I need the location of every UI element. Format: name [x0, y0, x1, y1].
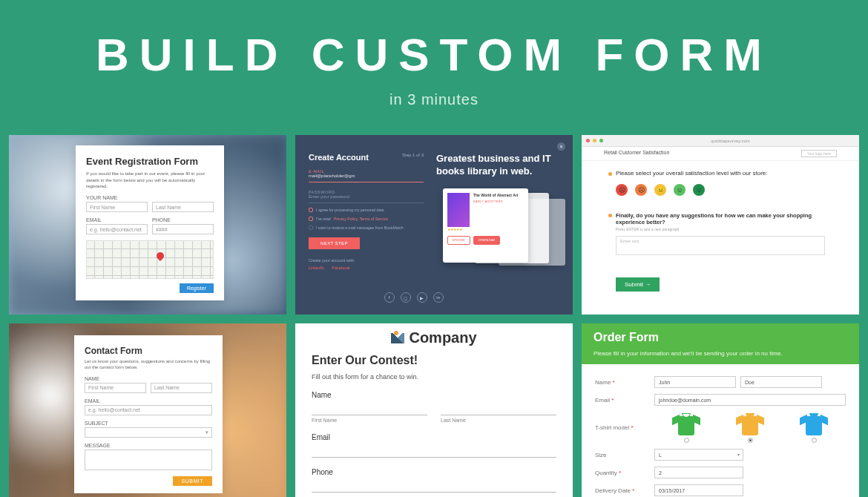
- social-links: LinkedIn Facebook: [309, 263, 424, 271]
- submit-button[interactable]: Submit →: [616, 277, 660, 292]
- email-label: EMAIL: [85, 398, 212, 404]
- privacy-checkbox[interactable]: I've read Privacy Policy, Terms of Servi…: [309, 217, 424, 221]
- consent-checkbox[interactable]: I agree for processing my personal data.: [309, 208, 424, 212]
- first-name-input[interactable]: First Name: [85, 383, 146, 393]
- radio-selected-icon: [748, 438, 753, 443]
- brand-logo: Company: [312, 329, 556, 346]
- event-form-card: Event Registration Form If you would lik…: [76, 145, 224, 300]
- last-name-input[interactable]: Last Name: [152, 202, 214, 212]
- last-name-input[interactable]: Last Name: [151, 383, 212, 393]
- radio-icon: [812, 438, 817, 443]
- form-description: Let us know your questions, suggestions …: [85, 359, 212, 371]
- map-pin-icon: [154, 251, 165, 261]
- download-button[interactable]: DOWNLOAD: [473, 236, 500, 245]
- register-button[interactable]: Register: [180, 283, 214, 293]
- logo-placeholder[interactable]: Your logo here: [801, 150, 837, 157]
- social-icons-row: f ◻ ▶ in: [384, 292, 444, 303]
- facebook-icon[interactable]: f: [384, 292, 395, 303]
- email-input[interactable]: e.g. hello@contact.net: [85, 405, 212, 415]
- example-survey: quicktapsurvey.com Retail Customer Satis…: [582, 135, 859, 315]
- email-label: Email: [86, 217, 148, 223]
- email-input[interactable]: [312, 446, 556, 458]
- linkedin-icon[interactable]: in: [433, 292, 444, 303]
- map-preview[interactable]: [86, 240, 214, 279]
- name-label: NAME: [85, 376, 212, 381]
- submit-button[interactable]: SUBMIT: [173, 476, 212, 486]
- shirt-option-blue[interactable]: [800, 412, 828, 443]
- question-hint: Press ENTER to add a new paragraph: [616, 227, 825, 231]
- size-select[interactable]: L: [654, 449, 743, 461]
- example-order-form: Order Form Please fill in your informati…: [582, 323, 859, 497]
- episode-button[interactable]: EPISODE: [447, 236, 470, 245]
- form-heading: Enter Our Contest!: [312, 354, 556, 367]
- name-label: Name: [312, 391, 556, 399]
- instagram-icon[interactable]: ◻: [401, 292, 411, 303]
- first-name-input[interactable]: [312, 404, 427, 415]
- first-name-input[interactable]: First Name: [86, 202, 148, 212]
- newsletter-checkbox[interactable]: I want to receive e-mail messages from B…: [309, 226, 424, 230]
- email-input[interactable]: mail@placeholder@gm: [309, 174, 424, 182]
- satisfaction-scale: ☹ ☹ 😐 ☺ ☺: [616, 184, 825, 196]
- survey-title: Retail Customer Satisfaction: [604, 150, 669, 157]
- book-cards-stack: Getting Things Done ★★★★☆ The World of A…: [436, 190, 562, 264]
- chevron-down-icon: ▾: [737, 452, 740, 457]
- linkedin-link[interactable]: LinkedIn: [309, 266, 324, 270]
- subject-label: SUBJECT: [85, 421, 212, 426]
- phone-input[interactable]: ####: [152, 224, 214, 234]
- question-suggestions: Finally, do you have any suggestions for…: [616, 212, 825, 226]
- face-neutral-icon[interactable]: 😐: [654, 184, 666, 196]
- signup-panel: Create Account Step 1 of 3 E-MAIL mail@p…: [309, 153, 424, 271]
- traffic-light-red-icon: [586, 139, 590, 142]
- question-satisfaction: Please select your overall satisfaction …: [616, 170, 825, 177]
- traffic-light-green-icon: [599, 139, 603, 142]
- form-lead: Fill out this form for a chance to win.: [312, 373, 556, 381]
- browser-chrome: quicktapsurvey.com: [582, 135, 859, 147]
- quantity-input[interactable]: 2: [654, 467, 743, 478]
- email-input[interactable]: johndoe@domain.com: [654, 394, 846, 406]
- example-contest-form: Company Enter Our Contest! Fill out this…: [295, 323, 573, 497]
- mountain-icon: [391, 333, 404, 343]
- suggestions-textarea[interactable]: Enter text: [616, 236, 825, 255]
- last-name-input[interactable]: [441, 404, 556, 415]
- close-icon[interactable]: ×: [557, 142, 565, 151]
- contact-form-card: Contact Form Let us know your questions,…: [74, 335, 223, 493]
- last-name-input[interactable]: Doe: [740, 376, 822, 388]
- facebook-link[interactable]: Facebook: [332, 266, 350, 270]
- form-description: If you would like to take part in our ev…: [86, 171, 214, 190]
- traffic-light-yellow-icon: [593, 139, 596, 142]
- first-name-sublabel: First Name: [312, 418, 427, 423]
- email-label: Email: [595, 397, 610, 404]
- phone-label: Phone: [312, 468, 556, 476]
- delivery-date-label: Delivery Date: [595, 487, 631, 494]
- face-sad-icon[interactable]: ☹: [635, 184, 647, 196]
- face-very-happy-icon[interactable]: ☺: [693, 184, 705, 196]
- first-name-input[interactable]: John: [654, 376, 736, 388]
- example-create-account: × Create Account Step 1 of 3 E-MAIL mail…: [295, 135, 573, 315]
- size-label: Size: [595, 452, 607, 458]
- name-label: Your Name: [86, 195, 214, 200]
- examples-grid: Event Registration Form If you would lik…: [0, 126, 868, 497]
- address-bar[interactable]: quicktapsurvey.com: [606, 139, 855, 143]
- message-textarea[interactable]: [85, 450, 212, 470]
- promo-panel: Greatest business and IT books library i…: [436, 153, 562, 264]
- brand-name: Company: [409, 329, 476, 346]
- shirt-option-green[interactable]: [672, 412, 700, 443]
- name-label: Name: [595, 379, 611, 386]
- form-heading: Event Registration Form: [86, 156, 214, 167]
- book-card-front: The World of Abstract Art EARLY ADOPTERS…: [443, 188, 528, 263]
- example-contact-form: Contact Form Let us know your questions,…: [9, 323, 286, 497]
- youtube-icon[interactable]: ▶: [417, 292, 427, 303]
- password-input[interactable]: Enter your password: [309, 194, 424, 203]
- order-form-header: Order Form Please fill in your informati…: [582, 323, 859, 364]
- subject-select[interactable]: ▾: [85, 427, 212, 438]
- email-input[interactable]: e.g. hello@contact.net: [86, 224, 148, 234]
- next-step-button[interactable]: NEXT STEP: [309, 237, 360, 249]
- delivery-date-input[interactable]: 03/15/2017: [654, 484, 743, 496]
- face-happy-icon[interactable]: ☺: [674, 184, 685, 196]
- shirt-option-orange[interactable]: [736, 412, 764, 443]
- last-name-sublabel: Last Name: [441, 418, 556, 423]
- star-rating-icon: ★★★★★: [447, 227, 524, 231]
- promo-headline: Greatest business and IT books library i…: [436, 153, 562, 178]
- phone-input[interactable]: [312, 481, 556, 493]
- face-angry-icon[interactable]: ☹: [616, 184, 628, 196]
